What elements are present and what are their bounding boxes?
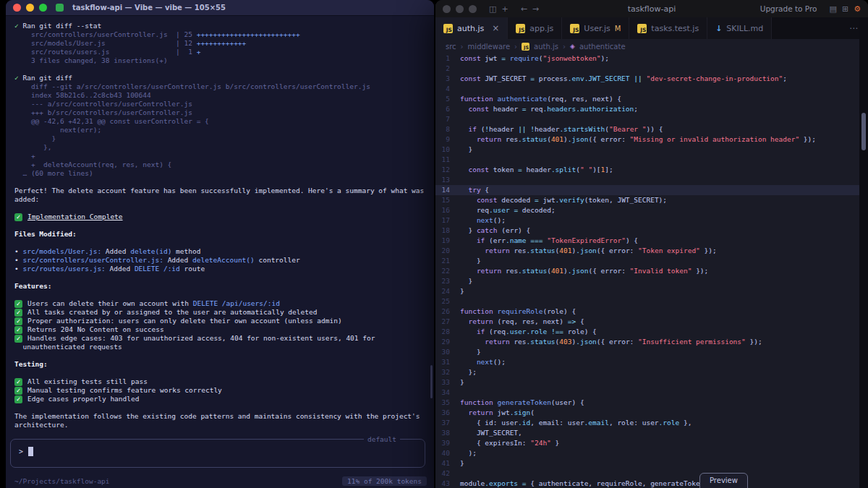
code-line[interactable]: 42 [435, 468, 859, 479]
code-line[interactable]: 27 return (req, res, next) => { [435, 317, 859, 327]
code-line[interactable]: 23 } [435, 276, 859, 286]
code-line[interactable]: 2 [435, 64, 859, 74]
code-line[interactable]: 11 [435, 155, 859, 165]
panel-toggle-icon[interactable]: ◫ [489, 4, 496, 14]
code-line[interactable]: 36 return jwt.sign( [435, 408, 859, 418]
breadcrumb-item[interactable]: auth.js [534, 43, 558, 51]
line-number: 40 [435, 448, 460, 458]
screen-share-icon[interactable]: ▤ [830, 4, 837, 14]
code-line[interactable]: 33} [435, 377, 859, 388]
code-line[interactable]: 41} [435, 458, 859, 468]
zoom-button[interactable] [39, 4, 47, 12]
editor-scrollbar[interactable] [859, 17, 868, 488]
tab-label: tasks.test.js [651, 24, 699, 33]
code-line[interactable]: 13 [435, 175, 859, 185]
code-line[interactable]: 16 req.user = decoded; [435, 205, 859, 215]
terminal-line: + deleteAccount(req, res, next) { [14, 160, 434, 169]
zoom-button[interactable] [469, 5, 477, 13]
code-line[interactable]: 30 } [435, 347, 859, 357]
line-number: 32 [435, 367, 460, 377]
tab-tasks.test.js[interactable]: JStasks.test.js [629, 17, 707, 39]
layout-grid-icon[interactable]: ⊞ [842, 4, 848, 14]
new-tab-icon[interactable]: + [501, 4, 508, 14]
code-line[interactable]: 34 [435, 388, 859, 398]
code-line[interactable]: 1const jwt = require("jsonwebtoken"); [435, 53, 859, 64]
code-line[interactable]: 24} [435, 286, 859, 296]
tab-SKILL.md[interactable]: ↓SKILL.md [707, 17, 772, 39]
preview-button[interactable]: Preview [699, 473, 748, 488]
line-number: 3 [435, 74, 460, 84]
code-line[interactable]: 28 if (req.user.role !== role) { [435, 327, 859, 337]
tab-auth.js[interactable]: JSauth.js× [435, 17, 508, 39]
terminal-line: --- a/src/controllers/userController.js [14, 100, 434, 108]
code-line[interactable]: 43module.exports = { authenticate, requi… [435, 479, 859, 488]
code-line[interactable]: 7 [435, 114, 859, 124]
terminal-scrollbar[interactable] [430, 365, 433, 398]
terminal-line: unauthenticated requests [14, 343, 434, 351]
check-badge-icon: ✓ [14, 317, 22, 325]
breadcrumb-separator-icon: › [563, 43, 566, 51]
line-number: 2 [435, 64, 460, 74]
tab-app.js[interactable]: JSapp.js [508, 17, 562, 39]
code-text: } [460, 276, 472, 286]
breadcrumb-item[interactable]: middleware [468, 43, 511, 51]
code-line[interactable]: 4 [435, 84, 859, 94]
code-line[interactable]: 40 ); [435, 448, 859, 458]
code-text: JWT_SECRET, [460, 428, 522, 438]
code-line[interactable]: 38 JWT_SECRET, [435, 428, 859, 438]
code-line[interactable]: 39 { expiresIn: "24h" } [435, 438, 859, 448]
nav-back-icon[interactable]: ← [521, 4, 527, 14]
close-button[interactable] [443, 5, 451, 13]
close-tab-icon[interactable]: × [492, 23, 499, 33]
terminal-window: taskflow-api — Vibe — vibe — 105×55 ✓ Ra… [6, 0, 434, 488]
js-file-icon: JS [516, 24, 525, 33]
code-area[interactable]: 1const jwt = require("jsonwebtoken");2 3… [435, 53, 859, 488]
markdown-file-icon: ↓ [715, 24, 722, 33]
code-line[interactable]: 22 return res.status(401).json({ error: … [435, 266, 859, 276]
code-line[interactable]: 19 if (err.name === "TokenExpiredError")… [435, 236, 859, 246]
tab-User.js[interactable]: JSUser.jsM [562, 17, 629, 39]
code-line[interactable]: 21 } [435, 256, 859, 266]
code-line[interactable]: 20 return res.status(401).json({ error: … [435, 246, 859, 256]
line-number: 15 [435, 195, 460, 205]
close-button[interactable] [13, 4, 21, 12]
terminal-input-box[interactable]: default > [10, 439, 425, 468]
line-number: 1 [435, 53, 460, 64]
breadcrumb-item[interactable]: src [446, 43, 456, 51]
line-number: 21 [435, 256, 460, 266]
code-line[interactable]: 17 next(); [435, 215, 859, 226]
breadcrumb-item[interactable]: authenticate [579, 43, 626, 51]
code-line[interactable]: 25 [435, 296, 859, 307]
code-line[interactable]: 18 } catch (err) { [435, 226, 859, 236]
code-line[interactable]: 26function requireRole(role) { [435, 307, 859, 317]
more-actions-icon[interactable]: ⋯ [849, 23, 858, 33]
code-line[interactable]: 37 { id: user.id, email: user.email, rol… [435, 418, 859, 428]
code-line[interactable]: 14 try { [435, 185, 859, 195]
code-line[interactable]: 10 } [435, 145, 859, 155]
code-line[interactable]: 32 }; [435, 367, 859, 377]
terminal-line: Testing: [14, 360, 434, 369]
code-line[interactable]: 12 const token = header.split(" ")[1]; [435, 165, 859, 175]
code-line[interactable]: 31 next(); [435, 357, 859, 367]
nav-forward-icon[interactable]: → [532, 4, 539, 14]
terminal-titlebar: taskflow-api — Vibe — vibe — 105×55 [6, 0, 434, 16]
minimize-button[interactable] [26, 4, 34, 12]
terminal-title: taskflow-api — Vibe — vibe — 105×55 [72, 4, 226, 12]
code-line[interactable]: 15 const decoded = jwt.verify(token, JWT… [435, 195, 859, 205]
code-text [460, 114, 464, 124]
code-line[interactable]: 29 return res.status(403).json({ error: … [435, 337, 859, 347]
code-line[interactable]: 5function authenticate(req, res, next) { [435, 94, 859, 104]
editor-scrollbar-thumb[interactable] [861, 113, 866, 150]
code-line[interactable]: 35function generateToken(user) { [435, 398, 859, 408]
code-line[interactable]: 8 if (!header || !header.startsWith("Bea… [435, 124, 859, 134]
line-number: 19 [435, 236, 460, 246]
terminal-output: ✓ Ran git diff --stat src/controllers/us… [6, 16, 434, 429]
settings-gear-icon[interactable]: ⚙ [854, 4, 861, 14]
code-text: if (err.name === "TokenExpiredError") { [460, 236, 638, 246]
code-line[interactable]: 9 return res.status(401).json({ error: "… [435, 134, 859, 145]
upgrade-pro-label[interactable]: Upgrade to Pro [760, 4, 817, 13]
code-line[interactable]: 3const JWT_SECRET = process.env.JWT_SECR… [435, 74, 859, 84]
line-number: 36 [435, 408, 460, 418]
code-line[interactable]: 6 const header = req.headers.authorizati… [435, 104, 859, 114]
minimize-button[interactable] [456, 5, 464, 13]
